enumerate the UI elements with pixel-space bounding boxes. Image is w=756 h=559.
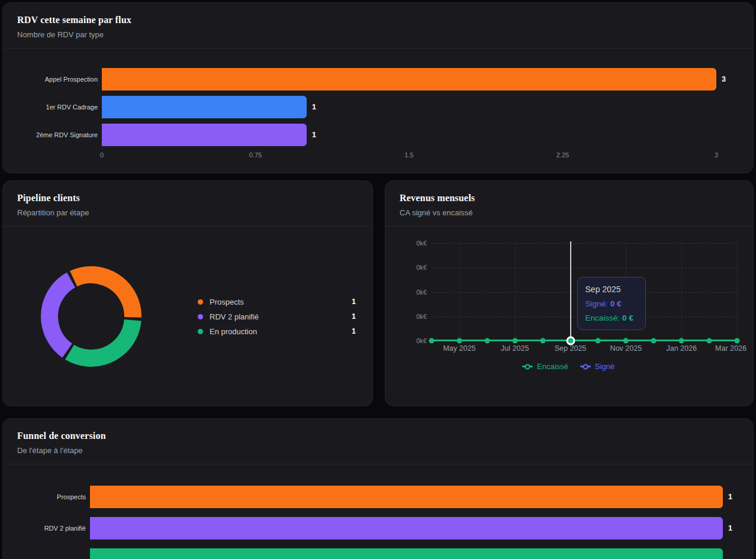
middle-row: Pipeline clients Répartition par étape P… bbox=[2, 180, 754, 406]
x-axis-tick: 1.5 bbox=[404, 151, 413, 159]
bar-row: Appel Prospection 3 bbox=[17, 68, 716, 91]
revenus-card-header: Revenus mensuels CA signé vs encaissé bbox=[385, 181, 753, 227]
legend-item-en-production[interactable]: En production 1 bbox=[198, 324, 356, 339]
bar-category-label: 1er RDV Cadrage bbox=[17, 103, 98, 111]
bar-track: 1 bbox=[102, 96, 716, 118]
legend-item-encaisse[interactable]: Encaissé bbox=[522, 362, 568, 371]
legend-dot-icon bbox=[198, 299, 203, 305]
y-axis-tick: 0k€ bbox=[416, 337, 427, 344]
legend-value: 1 bbox=[352, 327, 356, 335]
funnel-card-subtitle: De l'étape à l'étape bbox=[17, 446, 739, 455]
funnel-card-header: Funnel de conversion De l'étape à l'étap… bbox=[3, 419, 753, 464]
x-axis-track: 0 0.75 1.5 2.25 3 bbox=[102, 151, 716, 160]
legend-label: Encaissé bbox=[537, 362, 568, 371]
pipeline-card: Pipeline clients Répartition par étape P… bbox=[2, 180, 373, 406]
tooltip-signe-row: Signé:0 € bbox=[586, 299, 638, 308]
data-point[interactable] bbox=[623, 338, 629, 344]
bar-category-label: RDV 2 planifié bbox=[17, 524, 86, 532]
legend-value: 1 bbox=[352, 298, 356, 306]
data-point[interactable] bbox=[596, 338, 601, 344]
bar-value: 1 bbox=[728, 493, 732, 501]
data-point[interactable] bbox=[651, 338, 657, 344]
x-axis-label: Nov 2025 bbox=[610, 344, 642, 353]
x-axis-label: May 2025 bbox=[443, 344, 475, 353]
bar-rdv2-planifie[interactable] bbox=[90, 517, 723, 539]
dashboard-page: RDV cette semaine par flux Nombre de RDV… bbox=[0, 0, 756, 559]
legend-value: 1 bbox=[352, 312, 356, 321]
rdv-card-title: RDV cette semaine par flux bbox=[17, 14, 739, 26]
data-point[interactable] bbox=[735, 338, 740, 344]
pipeline-card-subtitle: Répartition par étape bbox=[17, 208, 358, 217]
data-point[interactable] bbox=[429, 338, 435, 344]
data-point[interactable] bbox=[679, 338, 684, 344]
bar-third-stage[interactable] bbox=[90, 548, 723, 559]
tooltip-encaisse-label: Encaissé: bbox=[586, 314, 620, 322]
donut-chart[interactable] bbox=[39, 264, 143, 369]
x-axis-label: Sep 2025 bbox=[555, 344, 587, 353]
y-axis: 0k€ 0k€ 0k€ 0k€ 0k€ bbox=[400, 243, 432, 341]
data-point[interactable] bbox=[707, 338, 712, 344]
tooltip-encaisse-value: 0 € bbox=[622, 314, 633, 322]
data-point[interactable] bbox=[512, 338, 517, 344]
bar-2eme-rdv-signature[interactable] bbox=[102, 124, 307, 146]
legend-item-prospects[interactable]: Prospects 1 bbox=[198, 295, 356, 309]
data-point[interactable] bbox=[456, 338, 462, 344]
gridline bbox=[515, 243, 516, 341]
legend-item-rdv2-planifie[interactable]: RDV 2 planifié 1 bbox=[198, 309, 356, 324]
rdv-bar-chart: Appel Prospection 3 1er RDV Cadrage 1 2è… bbox=[3, 49, 753, 160]
revenus-body: 0k€ 0k€ 0k€ 0k€ 0k€ bbox=[385, 227, 753, 371]
pipeline-card-header: Pipeline clients Répartition par étape bbox=[3, 181, 372, 227]
revenus-card-subtitle: CA signé vs encaissé bbox=[400, 208, 739, 217]
plot-area[interactable]: Sep 2025 Signé:0 € Encaissé:0 € bbox=[432, 243, 737, 341]
bar-track: 1 bbox=[90, 517, 723, 539]
legend-label: Prospects bbox=[210, 298, 244, 306]
x-axis-tick: 2.25 bbox=[556, 151, 569, 159]
rdv-card-header: RDV cette semaine par flux Nombre de RDV… bbox=[3, 3, 753, 49]
bar-value: 1 bbox=[312, 103, 316, 111]
x-axis: 0 0.75 1.5 2.25 3 bbox=[17, 151, 716, 160]
funnel-card: Funnel de conversion De l'étape à l'étap… bbox=[2, 418, 754, 559]
gridline bbox=[681, 243, 682, 341]
x-axis-track: May 2025 Jul 2025 Sep 2025 Nov 2025 Jan … bbox=[432, 344, 737, 354]
bar-track: 3 bbox=[102, 68, 716, 91]
x-axis-tick: 0 bbox=[100, 151, 104, 159]
legend-label: En production bbox=[210, 327, 257, 336]
legend-label: RDV 2 planifié bbox=[210, 312, 259, 321]
bar-value: 1 bbox=[312, 131, 316, 139]
y-axis-tick: 0k€ bbox=[416, 289, 427, 296]
line-marker-icon bbox=[580, 366, 591, 367]
hover-crosshair bbox=[570, 241, 571, 341]
data-point[interactable] bbox=[484, 338, 490, 344]
data-point-active-sep-2025[interactable] bbox=[566, 337, 575, 345]
series-line-encaisse[interactable] bbox=[432, 340, 737, 341]
gridline bbox=[737, 243, 738, 341]
bar-track: 1 bbox=[102, 124, 716, 146]
funnel-bar-chart: Prospects 1 RDV 2 planifié 1 bbox=[3, 464, 753, 559]
bar-track: 1 bbox=[90, 486, 723, 508]
revenus-card-title: Revenus mensuels bbox=[400, 192, 739, 204]
line-chart: 0k€ 0k€ 0k€ 0k€ 0k€ bbox=[400, 243, 737, 341]
gridline bbox=[432, 267, 737, 268]
x-axis-label: Jan 2026 bbox=[666, 344, 696, 353]
x-axis-tick: 3 bbox=[715, 151, 718, 159]
bar-1er-rdv-cadrage[interactable] bbox=[102, 96, 307, 118]
bar-row: 2ème RDV Signature 1 bbox=[17, 124, 716, 146]
bar-row: RDV 2 planifié 1 bbox=[17, 517, 723, 539]
legend-item-signe[interactable]: Signé bbox=[580, 362, 615, 371]
bar-appel-prospection[interactable] bbox=[102, 68, 716, 91]
pipeline-body: Prospects 1 RDV 2 planifié 1 En producti… bbox=[3, 227, 372, 406]
y-axis-tick: 0k€ bbox=[416, 240, 427, 247]
pipeline-card-title: Pipeline clients bbox=[17, 192, 358, 204]
y-axis-tick: 0k€ bbox=[416, 313, 427, 320]
bar-category-label: 2ème RDV Signature bbox=[17, 131, 98, 139]
data-point[interactable] bbox=[540, 338, 545, 344]
bar-category-label: Prospects bbox=[17, 493, 86, 501]
gridline bbox=[432, 243, 737, 244]
tooltip-title: Sep 2025 bbox=[586, 285, 638, 294]
tooltip-encaisse-row: Encaissé:0 € bbox=[586, 314, 638, 322]
rdv-week-card: RDV cette semaine par flux Nombre de RDV… bbox=[2, 2, 754, 173]
tooltip-signe-label: Signé: bbox=[586, 299, 608, 308]
bar-value: 1 bbox=[728, 524, 732, 532]
bar-prospects[interactable] bbox=[90, 486, 723, 508]
legend-dot-icon bbox=[198, 314, 203, 319]
